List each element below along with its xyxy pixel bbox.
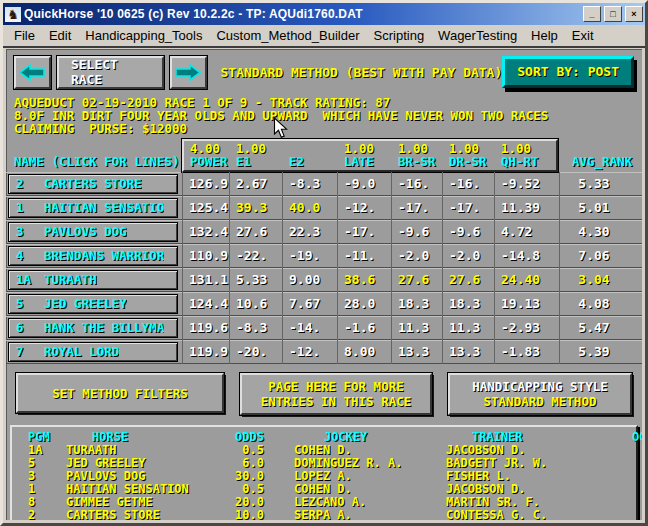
gap	[264, 483, 294, 496]
column-label: E1	[236, 155, 283, 168]
rating-cell: 8.00	[338, 340, 392, 364]
horse-lines-button[interactable]: 1HAITIAN SENSATIO	[8, 198, 178, 218]
rating-cell: 27.6	[443, 268, 495, 292]
rating-cell: 27.6	[392, 268, 443, 292]
rating-cell: 4.72	[495, 220, 560, 244]
standard-method-label: STANDARD METHOD	[484, 394, 597, 409]
rating-cell: -17.	[338, 220, 392, 244]
menu-item-file[interactable]: File	[7, 26, 42, 45]
rating-cell: 28.0	[338, 292, 392, 316]
rating-cell: 119.9	[182, 340, 230, 364]
rating-cell: -2.93	[495, 316, 560, 340]
menu-item-handicapping-tools[interactable]: Handicapping_Tools	[78, 26, 209, 45]
rating-cell: 10.6	[230, 292, 283, 316]
table-row: 3PAVLOVS DOG132.427.622.3-17.-9.6-9.64.7…	[6, 220, 642, 244]
entry-oof	[632, 509, 642, 520]
rating-cell: 24.40	[495, 268, 560, 292]
client-area: SELECT RACE STANDARD METHOD (BEST WITH P…	[6, 49, 642, 520]
horse-lines-button[interactable]: 2CARTERS STORE	[8, 174, 178, 194]
menu-item-wagertesting[interactable]: WagerTesting	[431, 26, 524, 45]
rating-cell: -12.	[283, 340, 338, 364]
horse-lines-button[interactable]: 3PAVLOVS DOG	[8, 222, 178, 242]
rating-cell: -9.6	[392, 220, 443, 244]
rating-cell: 5.01	[560, 196, 642, 220]
menu-item-exit[interactable]: Exit	[565, 26, 601, 45]
column-header-e1: 1.00E1	[230, 141, 283, 170]
rating-cell: 3.04	[560, 268, 642, 292]
gap	[264, 457, 294, 470]
horse-lines-button[interactable]: 1ATURAATH	[8, 270, 178, 290]
horse-name: TURAATH	[44, 272, 97, 287]
program-number: 2	[9, 176, 44, 191]
handicapping-style-button[interactable]: HANDICAPPING STYLE STANDARD METHOD	[448, 373, 632, 415]
table-row: 5JED GREELEY124.410.67.6728.018.318.319.…	[6, 292, 642, 316]
menu-item-help[interactable]: Help	[524, 26, 565, 45]
entry-pgm: 2	[28, 509, 66, 520]
rating-cell: -2.0	[392, 244, 443, 268]
rating-cell: 11.39	[495, 196, 560, 220]
page-more-entries-button[interactable]: PAGE HERE FOR MORE ENTRIES IN THIS RACE	[240, 373, 432, 415]
minimize-button[interactable]: _	[583, 6, 601, 22]
rating-cell: -11.	[338, 244, 392, 268]
entry-trainer: CONTESSA G. C.	[446, 509, 632, 520]
program-number: 4	[9, 248, 44, 263]
program-number: 6	[9, 320, 44, 335]
entry-oof	[632, 457, 642, 470]
action-buttons: SET METHOD FILTERS PAGE HERE FOR MORE EN…	[16, 373, 632, 415]
rating-cell: 18.3	[443, 292, 495, 316]
entry-oof	[632, 444, 642, 457]
rating-cell: 5.33	[560, 172, 642, 196]
close-button[interactable]: ×	[625, 6, 643, 22]
menu-bar: FileEditHandicapping_ToolsCustom_Method_…	[3, 25, 645, 48]
app-horse-icon: ♞	[5, 7, 21, 22]
rating-cell: -2.0	[443, 244, 495, 268]
next-race-button[interactable]	[170, 56, 207, 89]
horse-lines-button[interactable]: 7ROYAL LORD	[8, 342, 178, 362]
set-method-filters-button[interactable]: SET METHOD FILTERS	[16, 373, 224, 413]
menu-item-edit[interactable]: Edit	[42, 26, 78, 45]
previous-race-button[interactable]	[14, 56, 51, 89]
toolbar: SELECT RACE STANDARD METHOD (BEST WITH P…	[6, 49, 642, 91]
horse-name: BRENDANS WARRIOR	[44, 248, 164, 263]
handicapping-style-label: HANDICAPPING STYLE	[472, 379, 607, 394]
rating-cell: 7.67	[283, 292, 338, 316]
horse-name: PAVLOVS DOG	[44, 224, 127, 239]
entry-oof	[632, 496, 642, 509]
race-info: AQUEDUCT 02-19-2010 RACE 1 OF 9 - TRACK …	[6, 91, 642, 135]
maximize-button[interactable]: □	[604, 6, 622, 22]
entry-odds: 10.0	[216, 509, 264, 520]
rating-cell: 125.4	[182, 196, 230, 220]
rating-cell: 5.33	[230, 268, 283, 292]
entry-oof: OOF	[632, 431, 642, 444]
rating-cell: -1.6	[338, 316, 392, 340]
horse-lines-button[interactable]: 6HANK THE BILLYMA	[8, 318, 178, 338]
column-header-qh-rt: 1.00QH-RT	[495, 141, 556, 170]
rating-cell: 18.3	[392, 292, 443, 316]
horse-lines-button[interactable]: 4BRENDANS WARRIOR	[8, 246, 178, 266]
menu-item-scripting[interactable]: Scripting	[367, 26, 432, 45]
rating-cell: 131.1	[182, 268, 230, 292]
rating-cell: 119.6	[182, 316, 230, 340]
table-row: 7ROYAL LORD119.9-20.-12.8.0013.313.3-1.8…	[6, 340, 642, 364]
rating-cell: 13.3	[443, 340, 495, 364]
list-item: 2CARTERS STORE10.0SERPA A.CONTESSA G. C.	[12, 509, 636, 520]
column-label: DR-SR	[449, 155, 495, 168]
rating-cell: 11.3	[443, 316, 495, 340]
menu-item-custom-method-builder[interactable]: Custom_Method_Builder	[209, 26, 366, 45]
rating-cell: 40.0	[283, 196, 338, 220]
rating-cell: 126.9	[182, 172, 230, 196]
horse-lines-button[interactable]: 5JED GREELEY	[8, 294, 178, 314]
horse-name: JED GREELEY	[44, 296, 127, 311]
entry-oof	[632, 483, 642, 496]
select-race-button[interactable]: SELECT RACE	[57, 56, 164, 89]
horse-name: CARTERS STORE	[44, 176, 142, 191]
sort-by-post-button[interactable]: SORT BY: POST	[502, 56, 634, 88]
column-header-dr-sr: 1.00DR-SR	[443, 141, 495, 170]
name-column-header: NAME (CLICK FOR LINES)	[6, 154, 182, 172]
arrow-left-icon	[19, 64, 45, 81]
rating-cell: 22.3	[283, 220, 338, 244]
program-number: 5	[9, 296, 44, 311]
program-number: 1	[9, 200, 44, 215]
rating-cell: -20.	[230, 340, 283, 364]
rating-cell: 2.67	[230, 172, 283, 196]
